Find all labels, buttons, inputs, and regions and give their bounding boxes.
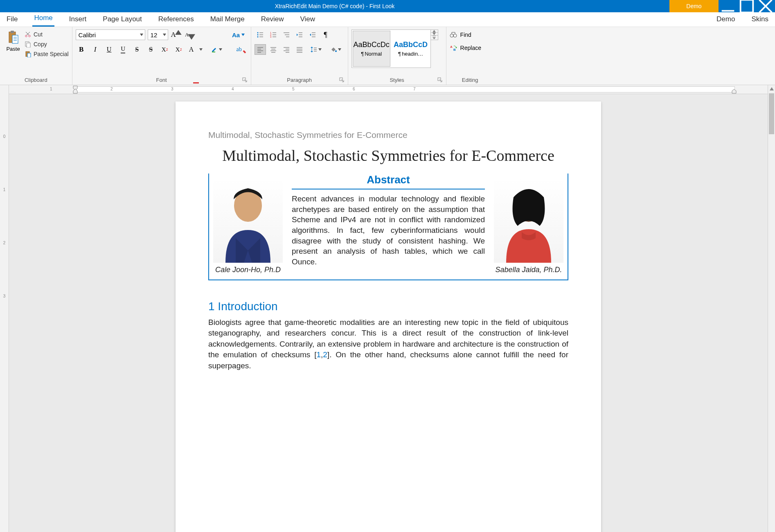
tab-mail-merge[interactable]: Mail Merge (209, 13, 246, 27)
svg-marker-91 (770, 87, 774, 90)
horizontal-ruler[interactable]: 1 2 3 4 5 6 7 (9, 85, 768, 94)
styles-dialog-launcher[interactable] (437, 77, 443, 83)
document-area[interactable]: Multimodal, Stochastic Symmetries for E-… (9, 94, 768, 532)
copy-button[interactable]: Copy (25, 41, 69, 47)
change-case-button[interactable]: Aa (230, 29, 248, 40)
svg-marker-25 (219, 48, 222, 51)
svg-point-82 (453, 34, 457, 37)
highlighter-icon (211, 46, 218, 53)
subscript-button[interactable]: X2 (173, 44, 185, 55)
svg-rect-15 (27, 43, 30, 47)
superscript-button[interactable]: X2 (159, 44, 171, 55)
style-gallery: AaBbCcDc ¶Normal AaBbCcD ¶headin… (351, 29, 431, 68)
tab-file[interactable]: File (5, 13, 19, 27)
paste-special-button[interactable]: Paste Special (25, 51, 69, 57)
demo-header-button[interactable]: Demo (669, 0, 719, 12)
indent-marker-icon[interactable] (73, 85, 78, 94)
styles-expand[interactable] (431, 36, 438, 40)
tab-page-layout[interactable]: Page Layout (101, 13, 143, 27)
group-label-styles: Styles (390, 77, 404, 83)
maximize-button[interactable] (737, 0, 756, 12)
right-indent-marker-icon[interactable] (732, 89, 737, 94)
svg-point-29 (257, 36, 258, 38)
paragraph-dialog-launcher[interactable] (339, 77, 345, 83)
svg-marker-19 (163, 34, 166, 36)
align-left-button[interactable] (255, 44, 266, 55)
underline-button[interactable]: U (104, 44, 115, 55)
group-label-paragraph: Paragraph (287, 77, 312, 83)
section-1-heading: 1 Introduction (208, 300, 568, 313)
tab-demo[interactable]: Demo (715, 13, 737, 27)
svg-marker-67 (311, 51, 313, 52)
indent-icon (309, 31, 316, 38)
paste-button[interactable]: Paste (3, 29, 23, 52)
replace-label: Replace (460, 45, 481, 51)
vertical-ruler[interactable]: 0 1 2 3 (0, 85, 9, 532)
citation-link-2[interactable]: 2 (323, 350, 327, 359)
window-title: XtraRichEdit Main Demo (C# code) - First… (0, 3, 669, 9)
author-photo-left (213, 177, 283, 263)
clear-format-button[interactable]: ab (236, 44, 248, 55)
svg-marker-42 (297, 34, 298, 36)
styles-scroll-down[interactable] (431, 33, 438, 36)
decrease-indent-button[interactable] (294, 29, 305, 40)
svg-marker-46 (310, 34, 311, 36)
italic-button[interactable]: I (90, 44, 101, 55)
align-right-button[interactable] (281, 44, 292, 55)
author-left-caption: Cale Joon-Ho, Ph.D (215, 265, 281, 275)
citation-link-1[interactable]: 1 (316, 350, 321, 359)
show-marks-button[interactable]: ¶ (320, 29, 331, 40)
tab-home[interactable]: Home (32, 11, 54, 27)
font-color-button[interactable]: A (187, 44, 205, 55)
svg-text:A: A (450, 45, 453, 49)
tab-insert[interactable]: Insert (68, 13, 88, 27)
tab-references[interactable]: References (157, 13, 196, 27)
highlight-button[interactable] (207, 44, 225, 55)
font-dialog-launcher[interactable] (242, 77, 248, 83)
cut-button[interactable]: Cut (25, 31, 69, 38)
replace-button[interactable]: AB Replace (450, 44, 491, 52)
find-label: Find (460, 32, 471, 38)
ribbon: Paste Cut Copy Paste Special Clipboard (0, 27, 775, 85)
numbering-button[interactable]: 123 (268, 29, 279, 40)
svg-marker-20 (175, 30, 182, 35)
scissors-icon (25, 31, 31, 38)
strikethrough-button[interactable]: S (131, 44, 143, 55)
grow-font-button[interactable]: A (171, 29, 182, 40)
align-justify-button[interactable] (294, 44, 305, 55)
author-photo-right (494, 177, 563, 263)
double-strikethrough-button[interactable]: S (145, 44, 157, 55)
align-center-button[interactable] (268, 44, 279, 55)
increase-indent-button[interactable] (307, 29, 318, 40)
tab-skins[interactable]: Skins (750, 13, 770, 27)
font-size-combo[interactable]: 12 (148, 29, 168, 40)
styles-scroll-up[interactable] (431, 30, 438, 33)
document-title: Multimodal, Stochastic Symmetries for E-… (208, 147, 568, 165)
vertical-scrollbar[interactable] (768, 85, 775, 532)
line-spacing-button[interactable] (307, 44, 325, 55)
group-label-clipboard: Clipboard (3, 76, 69, 84)
close-button[interactable] (756, 0, 775, 12)
scroll-thumb[interactable] (769, 93, 774, 134)
binoculars-icon (450, 31, 457, 38)
shrink-font-button[interactable]: A (185, 29, 196, 40)
bullets-button[interactable] (255, 29, 266, 40)
shading-button[interactable] (327, 44, 345, 55)
svg-marker-23 (199, 48, 203, 51)
style-normal[interactable]: AaBbCcDc ¶Normal (353, 31, 390, 67)
multilevel-list-button[interactable] (281, 29, 292, 40)
outdent-icon (296, 31, 303, 38)
font-name-combo[interactable]: Calibri (76, 29, 145, 40)
tab-view[interactable]: View (299, 13, 317, 27)
tab-review[interactable]: Review (259, 13, 286, 27)
style-heading[interactable]: AaBbCcD ¶headin… (392, 31, 430, 67)
svg-marker-87 (73, 89, 77, 93)
minimize-button[interactable] (719, 0, 737, 12)
find-button[interactable]: Find (450, 31, 491, 38)
scroll-up-arrow[interactable] (768, 85, 775, 92)
double-underline-button[interactable]: U (117, 44, 129, 55)
cut-label: Cut (34, 31, 43, 38)
bold-button[interactable]: B (76, 44, 87, 55)
svg-line-12 (27, 32, 30, 35)
svg-point-27 (257, 32, 258, 34)
